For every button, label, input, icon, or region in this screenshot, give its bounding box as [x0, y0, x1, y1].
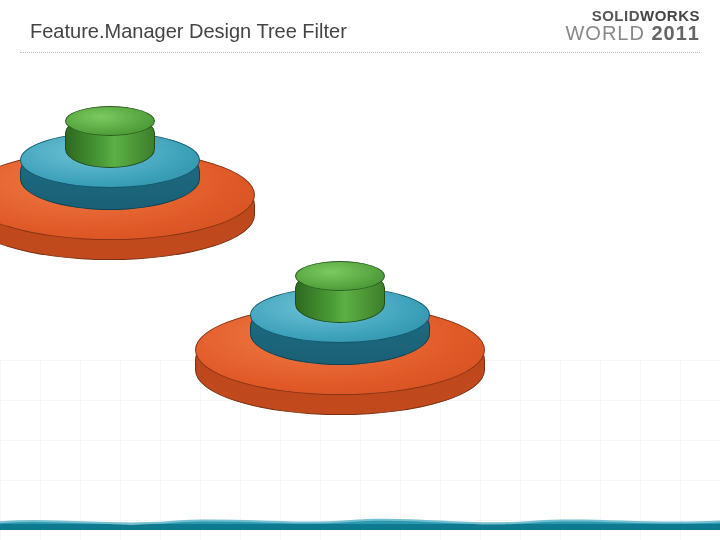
- logo-event: WORLD: [565, 22, 644, 44]
- logo-event-line: WORLD 2011: [565, 23, 700, 43]
- green-disc: [65, 106, 155, 172]
- logo-year: 2011: [652, 22, 701, 44]
- logo-brand: SOLIDWORKS: [565, 8, 700, 23]
- footer-wave: [0, 516, 720, 530]
- presentation-slide: Feature.Manager Design Tree Filter SOLID…: [0, 0, 720, 540]
- green-disc: [295, 261, 385, 327]
- header-divider: [20, 52, 700, 53]
- slide-title: Feature.Manager Design Tree Filter: [30, 20, 347, 43]
- event-logo: SOLIDWORKS WORLD 2011: [565, 8, 700, 43]
